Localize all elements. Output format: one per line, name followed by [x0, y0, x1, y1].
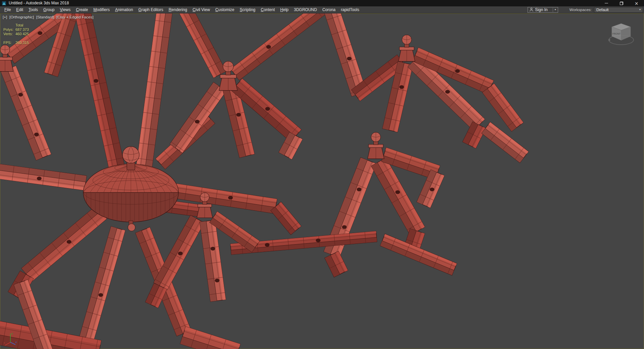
menu-item-file[interactable]: File — [2, 6, 13, 13]
menu-bar: FileEditToolsGroupViewsCreateModifiersAn… — [0, 6, 644, 13]
restore-button[interactable] — [614, 0, 629, 6]
viewcube-cube[interactable]: FRONT — [612, 24, 631, 40]
workspace-value: Default — [596, 8, 608, 12]
close-icon: × — [635, 1, 639, 6]
minimize-button[interactable] — [599, 0, 614, 6]
sign-in-chevron-down-icon[interactable]: ▾ — [555, 8, 556, 11]
viewcube-front-label: FRONT — [612, 33, 621, 35]
sign-in-button[interactable]: Sign In ▾ — [528, 7, 558, 13]
axis-z-line — [10, 342, 15, 345]
window-title: Untitled - Autodesk 3ds Max 2018 — [9, 0, 69, 6]
viewcube[interactable]: FRONT — [606, 19, 637, 48]
stats-row: FPS:260,315 — [3, 41, 29, 45]
workspace-select[interactable]: Default ▾ — [594, 7, 643, 13]
menu-item-views[interactable]: Views — [57, 6, 73, 13]
menu-item-scripting[interactable]: Scripting — [237, 6, 258, 13]
viewport-label-shading[interactable]: [Clay + Edged Faces] — [56, 15, 93, 19]
3dsmax-app-icon[interactable] — [2, 1, 6, 6]
stats-row — [3, 36, 29, 41]
close-button[interactable]: × — [629, 0, 644, 6]
menu-item-edit[interactable]: Edit — [13, 6, 26, 13]
menu-item-group[interactable]: Group — [41, 6, 57, 13]
menu-item-rendering[interactable]: Rendering — [166, 6, 190, 13]
workspace-chevron-down-icon: ▾ — [639, 8, 641, 11]
menu-items: FileEditToolsGroupViewsCreateModifiersAn… — [2, 6, 362, 13]
axis-x-label: x — [4, 341, 5, 344]
restore-icon — [620, 2, 623, 5]
titlebar: Untitled - Autodesk 3ds Max 2018 × — [0, 0, 644, 6]
sign-in-label: Sign In — [535, 7, 547, 12]
menu-item-modifiers[interactable]: Modifiers — [91, 6, 112, 13]
viewport[interactable]: [+][Orthographic][Standard][Clay + Edged… — [0, 13, 644, 349]
axis-z-label: z — [15, 341, 17, 344]
workspaces-group: Workspaces: Default ▾ — [569, 7, 643, 13]
workspaces-label: Workspaces: — [569, 8, 592, 12]
viewport-label-layout[interactable]: [Standard] — [36, 15, 54, 19]
axis-x-line — [5, 342, 10, 345]
user-icon — [530, 8, 533, 12]
axis-y-label: y — [11, 332, 13, 335]
menu-item-customize[interactable]: Customize — [213, 6, 237, 13]
menu-item-rapidtools[interactable]: rapidTools — [338, 6, 362, 13]
menu-item-tools[interactable]: Tools — [26, 6, 41, 13]
menu-item-graph-editors[interactable]: Graph Editors — [136, 6, 166, 13]
sign-in-divider — [553, 8, 553, 12]
stats-row: Total — [3, 23, 29, 28]
menu-item-create[interactable]: Create — [73, 6, 91, 13]
statistics-overlay: TotalPolys:687 373Verts:460 425FPS:260,3… — [3, 23, 29, 45]
stats-row: Verts:460 425 — [3, 32, 29, 36]
viewport-label-menu[interactable]: [+] — [3, 15, 7, 19]
menu-item-content[interactable]: Content — [258, 6, 278, 13]
viewport-label-pov[interactable]: [Orthographic] — [9, 15, 34, 19]
menu-item-3dground[interactable]: 3DGROUND — [291, 6, 320, 13]
menubar-right: Sign In ▾ Workspaces: Default ▾ — [528, 7, 644, 13]
window-controls: × — [599, 0, 644, 6]
menu-item-civil-view[interactable]: Civil View — [190, 6, 213, 13]
stats-row: Polys:687 373 — [3, 28, 29, 32]
viewport-label: [+][Orthographic][Standard][Clay + Edged… — [3, 15, 93, 19]
application-window: Untitled - Autodesk 3ds Max 2018 × FileE… — [0, 0, 644, 349]
menu-item-help[interactable]: Help — [278, 6, 291, 13]
menu-item-animation[interactable]: Animation — [112, 6, 136, 13]
scene-canvas[interactable] — [0, 13, 644, 349]
minimize-icon — [605, 3, 608, 3]
menu-item-corona[interactable]: Corona — [319, 6, 338, 13]
world-axis-tripod: y x z — [3, 331, 17, 347]
